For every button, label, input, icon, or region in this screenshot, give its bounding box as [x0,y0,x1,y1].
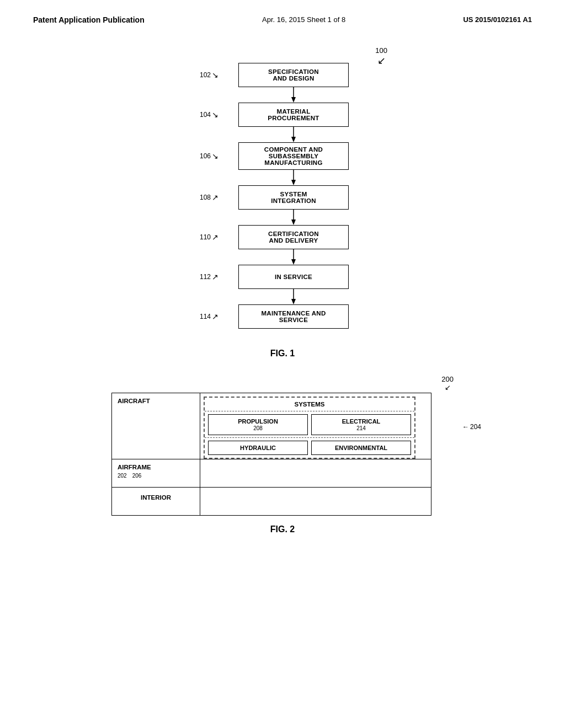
ref-204-text: 204 [470,423,481,431]
ref-label-112: 112 ↗ [200,272,218,281]
ref-106-text: 106 [200,152,211,160]
interior-cell: INTERIOR [112,488,200,515]
svg-marker-9 [291,259,296,265]
svg-marker-11 [291,299,296,304]
ref-label-110: 110 ↗ [200,233,218,242]
arrow-102-104 [290,87,297,103]
arrow-108-110 [290,210,297,225]
ref-arrow-108: ↗ [212,193,218,202]
ref-114-text: 114 [200,313,211,320]
ref-arrow-114: ↗ [212,312,218,321]
flow-box-102: SPECIFICATIONAND DESIGN [238,63,349,87]
ref-label-114: 114 ↗ [200,312,218,321]
ref-108-text: 108 [200,194,211,201]
ref-104-text: 104 [200,111,211,119]
systems-area: SYSTEMS PROPULSION 208 ELECTRICAL 214 [200,393,431,459]
electrical-ref: 214 [356,425,366,431]
airframe-label: AIRFRAME [118,464,194,470]
fig1-container: 100 ↙ 102 ↘ SPECIFICATIONAND DESIGN 104 … [145,46,420,329]
propulsion-ref: 208 [253,425,263,431]
top-label-row: AIRCRAFT SYSTEMS PROPULSION 208 [112,393,431,459]
ref-100-text: 100 [375,46,387,55]
page-content: 100 ↙ 102 ↘ SPECIFICATIONAND DESIGN 104 … [0,24,565,540]
systems-bottom-row: HYDRAULIC ENVIRONMENTAL [205,438,414,458]
hydraulic-box: HYDRAULIC [208,441,308,455]
hydraulic-label: HYDRAULIC [240,445,276,451]
header-center: Apr. 16, 2015 Sheet 1 of 8 [262,15,345,24]
fig2-label: FIG. 2 [111,524,454,534]
flow-box-106: COMPONENT ANDSUBASSEMBLYMANUFACTURING [238,142,349,170]
airframe-cell: AIRFRAME 202 206 [112,459,200,487]
arrow-110-112 [290,249,297,265]
ref-arrow-112: ↗ [212,272,218,281]
propulsion-box: PROPULSION 208 [208,414,308,435]
header-left: Patent Application Publication [33,15,145,24]
ref-200-arrow: ↙ [445,383,451,392]
electrical-label: ELECTRICAL [342,418,381,425]
flowchart: 102 ↘ SPECIFICATIONAND DESIGN 104 ↘ MATE… [167,63,420,329]
airframe-right-empty [200,459,431,487]
airframe-refs: 202 206 [118,473,194,479]
ref-200-label: 200 ↙ [441,375,454,392]
flow-step-108: 108 ↗ SYSTEMINTEGRATION [238,185,349,210]
interior-right-empty [200,488,431,515]
svg-marker-3 [291,137,296,142]
flow-step-112: 112 ↗ IN SERVICE [238,265,349,289]
fig2-container: 200 ↙ AIRCRAFT SYSTEMS [111,375,454,534]
ref-label-104: 104 ↘ [200,110,218,119]
ref-200-text: 200 [441,375,454,383]
flow-box-112: IN SERVICE [238,265,349,289]
airframe-row: AIRFRAME 202 206 [112,459,431,488]
flow-box-104: MATERIALPROCUREMENT [238,103,349,127]
environmental-box: ENVIRONMENTAL [311,441,411,455]
electrical-box: ELECTRICAL 214 [311,414,411,435]
ref-112-text: 112 [200,273,211,281]
svg-marker-5 [291,180,296,185]
ref-206: 206 [132,473,142,479]
interior-row: INTERIOR [112,488,431,515]
flow-box-108: SYSTEMINTEGRATION [238,185,349,210]
ref-label-108: 108 ↗ [200,193,218,202]
arrow-106-108 [290,170,297,185]
environmental-label: ENVIRONMENTAL [335,445,387,451]
systems-top-row: PROPULSION 208 ELECTRICAL 214 [205,411,414,438]
flow-step-114: 114 ↗ MAINTENANCE ANDSERVICE [238,304,349,329]
ref-110-text: 110 [200,233,211,241]
propulsion-label: PROPULSION [238,418,278,425]
ref-label-102: 102 ↘ [200,71,218,79]
flow-step-102: 102 ↘ SPECIFICATIONAND DESIGN [238,63,349,87]
flow-step-104: 104 ↘ MATERIALPROCUREMENT [238,103,349,127]
ref-202: 202 [118,473,127,479]
ref-102-text: 102 [200,71,211,79]
systems-title: SYSTEMS [205,398,414,411]
arrow-112-114 [290,289,297,304]
aircraft-label: AIRCRAFT [112,393,200,459]
svg-marker-7 [291,220,296,225]
svg-marker-1 [291,97,296,103]
dashed-systems-box: SYSTEMS PROPULSION 208 ELECTRICAL 214 [204,397,415,459]
header-right: US 2015/0102161 A1 [463,15,532,24]
flow-step-106: 106 ↘ COMPONENT ANDSUBASSEMBLYMANUFACTUR… [238,142,349,170]
ref-arrow-110: ↗ [212,233,218,242]
ref-204-label: ← 204 [462,423,481,431]
ref-arrow-102: ↘ [212,71,218,79]
flow-step-110: 110 ↗ CERTIFICATIONAND DELIVERY [238,225,349,249]
flow-box-110: CERTIFICATIONAND DELIVERY [238,225,349,249]
fig1-label: FIG. 1 [270,349,295,358]
arrow-104-106 [290,127,297,142]
ref-label-106: 106 ↘ [200,152,218,160]
ref-arrow-104: ↘ [212,110,218,119]
flow-box-114: MAINTENANCE ANDSERVICE [238,304,349,329]
ref-arrow-106: ↘ [212,152,218,160]
page-header: Patent Application Publication Apr. 16, … [0,0,565,24]
aircraft-outer-box: AIRCRAFT SYSTEMS PROPULSION 208 [111,393,431,516]
ref-204-arrow: ← [462,423,469,431]
